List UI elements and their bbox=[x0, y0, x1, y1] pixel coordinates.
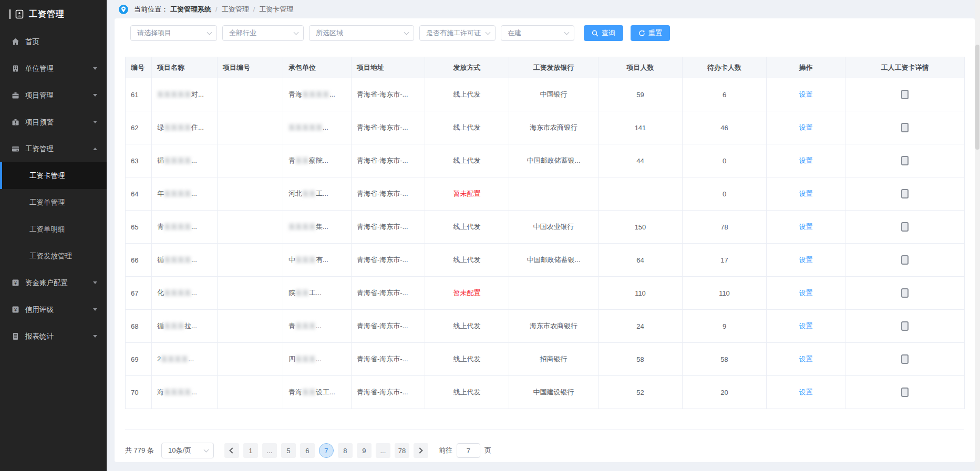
address-cell: 青海省-海东市-... bbox=[352, 111, 425, 144]
wage-card-detail-icon[interactable] bbox=[901, 321, 909, 331]
settings-link[interactable]: 设置 bbox=[799, 322, 813, 330]
breadcrumb-level2[interactable]: 工资卡管理 bbox=[259, 5, 293, 14]
sidebar-item-home[interactable]: 首页 bbox=[0, 28, 107, 55]
pending-count-cell: 9 bbox=[683, 310, 767, 343]
next-page-button[interactable] bbox=[414, 443, 428, 458]
industry-select[interactable]: 全部行业 bbox=[222, 25, 304, 41]
project-select[interactable]: 请选择项目 bbox=[130, 25, 217, 41]
table-row: 61 某某某某某对... 青海某某某某... 青海省-海东市-... 线上代发 … bbox=[126, 78, 965, 111]
contractor-cell: 河北某某工... bbox=[283, 177, 352, 211]
sidebar-item-unit-mgmt[interactable]: 单位管理 bbox=[0, 55, 107, 82]
region-select[interactable]: 所选区域 bbox=[309, 25, 414, 41]
search-button[interactable]: 查询 bbox=[584, 25, 623, 41]
row-id-cell: 62 bbox=[126, 111, 152, 144]
project-name-fragment: 海 bbox=[157, 388, 164, 396]
bank-cell bbox=[509, 177, 599, 211]
sidebar-subitem-payroll-detail[interactable]: 工资单明细 bbox=[0, 216, 107, 243]
settings-link[interactable]: 设置 bbox=[799, 388, 813, 396]
row-id-cell: 64 bbox=[126, 177, 152, 211]
wage-card-detail-icon[interactable] bbox=[901, 288, 909, 298]
settings-link[interactable]: 设置 bbox=[799, 355, 813, 363]
action-cell: 设置 bbox=[767, 211, 845, 244]
page-button[interactable]: 7 bbox=[319, 443, 334, 458]
project-code-cell bbox=[218, 177, 283, 211]
row-id-cell: 65 bbox=[126, 211, 152, 244]
wage-card-detail-icon[interactable] bbox=[901, 255, 909, 265]
page-button[interactable]: ... bbox=[376, 443, 390, 458]
column-header: 项目人数 bbox=[599, 57, 683, 78]
settings-link[interactable]: 设置 bbox=[799, 156, 813, 164]
column-header: 工人工资卡详情 bbox=[845, 57, 965, 78]
settings-link[interactable]: 设置 bbox=[799, 90, 813, 98]
goto-page-input[interactable] bbox=[457, 443, 480, 458]
settings-link[interactable]: 设置 bbox=[799, 256, 813, 264]
wage-card-detail-icon[interactable] bbox=[901, 222, 909, 232]
page-button[interactable]: 8 bbox=[338, 443, 353, 458]
wage-card-detail-icon[interactable] bbox=[901, 123, 909, 132]
project-name-fragment: ... bbox=[188, 355, 194, 363]
page-button[interactable]: 6 bbox=[300, 443, 315, 458]
chevron-down-icon bbox=[564, 29, 570, 35]
sidebar-item-project-alert[interactable]: 项目预警 bbox=[0, 109, 107, 135]
contractor-fragment: ... bbox=[316, 322, 322, 330]
page-button[interactable]: ... bbox=[262, 443, 277, 458]
sidebar-item-credit-rating[interactable]: ¥ 信用评级 bbox=[0, 296, 107, 323]
people-count-cell: 110 bbox=[599, 277, 683, 310]
pending-count-cell: 78 bbox=[683, 211, 767, 244]
sidebar-item-fund-account-config[interactable]: ¥ 资金账户配置 bbox=[0, 269, 107, 296]
table-row: 62 绿某某某某住... 某某某某某... 青海省-海东市-... 线上代发 海… bbox=[126, 111, 965, 144]
redacted-text: 某某某 bbox=[295, 355, 316, 363]
sidebar-subitem-wage-card-mgmt[interactable]: 工资卡管理 bbox=[0, 162, 107, 189]
chevron-down-icon bbox=[93, 94, 97, 97]
page-buttons: 1...56789...78 bbox=[241, 443, 411, 458]
wage-card-detail-icon[interactable] bbox=[901, 156, 909, 165]
page-button[interactable]: 5 bbox=[281, 443, 296, 458]
people-count-cell: 141 bbox=[599, 111, 683, 144]
address-cell: 青海省-海东市-... bbox=[352, 277, 425, 310]
sidebar-subitem-wage-issue-mgmt[interactable]: 工资发放管理 bbox=[0, 243, 107, 269]
chevron-down-icon bbox=[93, 67, 97, 70]
sidebar-item-label: 报表统计 bbox=[25, 332, 93, 341]
home-icon bbox=[12, 38, 19, 46]
sidebar-item-project-mgmt[interactable]: 项目管理 bbox=[0, 82, 107, 109]
bank-cell: 中国建设银行 bbox=[509, 376, 599, 409]
chevron-up-icon bbox=[93, 148, 97, 150]
settings-link[interactable]: 设置 bbox=[799, 223, 813, 231]
sidebar-item-label: 首页 bbox=[25, 37, 97, 47]
settings-link[interactable]: 设置 bbox=[799, 289, 813, 297]
sidebar-subitem-payroll-mgmt[interactable]: 工资单管理 bbox=[0, 189, 107, 216]
sidebar-item-report-stats[interactable]: 报表统计 bbox=[0, 323, 107, 350]
page-size-select[interactable]: 10条/页 bbox=[161, 443, 214, 458]
breadcrumb-separator: / bbox=[215, 5, 218, 13]
action-cell: 设置 bbox=[767, 177, 845, 211]
permit-select[interactable]: 是否有施工许可证 bbox=[419, 25, 496, 41]
wage-card-detail-icon[interactable] bbox=[901, 354, 909, 364]
scrollbar[interactable] bbox=[975, 0, 980, 471]
sidebar-item-wage-mgmt[interactable]: 工资管理 bbox=[0, 135, 107, 162]
page-button[interactable]: 78 bbox=[395, 443, 409, 458]
wage-card-detail-icon[interactable] bbox=[901, 189, 909, 198]
table-row: 65 青某某某某... 某某某某集... 青海省-海东市-... 线上代发 中国… bbox=[126, 211, 965, 244]
page-button[interactable]: 1 bbox=[243, 443, 258, 458]
sidebar-item-label: 资金账户配置 bbox=[25, 278, 93, 288]
prev-page-button[interactable] bbox=[224, 443, 239, 458]
column-header: 发放方式 bbox=[425, 57, 509, 78]
page-button[interactable]: 9 bbox=[357, 443, 372, 458]
sidebar-subitem-label: 工资发放管理 bbox=[29, 252, 72, 261]
chevron-down-icon bbox=[203, 447, 209, 452]
settings-link[interactable]: 设置 bbox=[799, 190, 813, 197]
reset-button[interactable]: 重置 bbox=[631, 25, 670, 41]
redacted-text: 某某某某 bbox=[161, 355, 188, 363]
detail-cell bbox=[845, 78, 965, 111]
scrollbar-thumb[interactable] bbox=[975, 45, 979, 150]
contractor-cell: 陕某某工... bbox=[283, 277, 352, 310]
settings-link[interactable]: 设置 bbox=[799, 123, 813, 131]
wage-card-detail-icon[interactable] bbox=[901, 388, 909, 397]
project-name-fragment: ... bbox=[191, 256, 197, 264]
wage-card-detail-icon[interactable] bbox=[901, 90, 909, 99]
breadcrumb-level1[interactable]: 工资管理 bbox=[222, 5, 249, 14]
status-select[interactable]: 在建 bbox=[501, 25, 574, 41]
chevron-down-icon bbox=[93, 121, 97, 123]
contractor-cell: 某某某某集... bbox=[283, 211, 352, 244]
select-placeholder: 是否有施工许可证 bbox=[426, 28, 481, 38]
